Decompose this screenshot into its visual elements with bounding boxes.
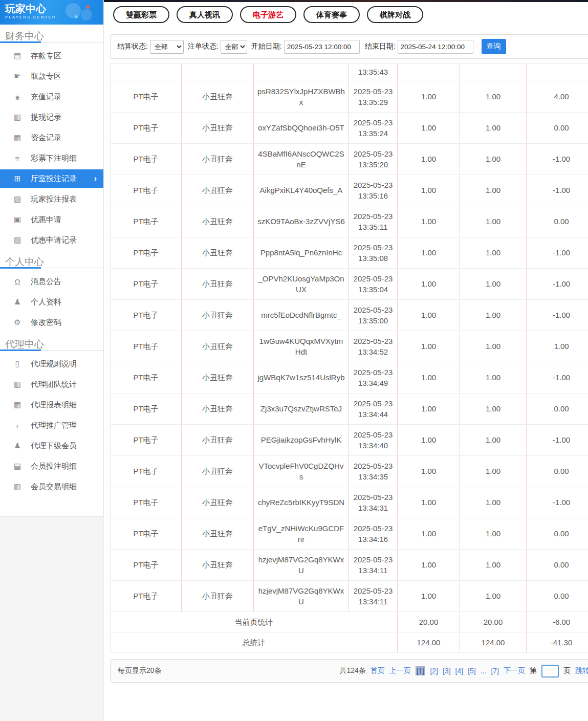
cell-time: 2025-05-23 13:34:16 [349,518,398,550]
cell-winloss: 0.00 [527,113,588,144]
document-icon: ▯ [12,359,23,368]
table-row: PT电子小丑狂奔chyReZc5rbIKKyyT9SDN2025-05-23 1… [111,487,588,518]
cell-time: 2025-05-23 13:35:11 [349,206,398,237]
sidebar-item-purse[interactable]: ▦资金记录 [0,127,103,148]
page-link-3[interactable]: [3] [443,667,451,675]
sidebar-item-withdraw-hand[interactable]: ☛取款专区 [0,66,103,86]
sidebar-item-coupon-record[interactable]: ▨优惠申请记录 [0,230,103,250]
cell-order: Zj3x3u7QszvZtjwRSTeJ [254,394,349,425]
cell-bet: 1.00 [398,331,460,362]
cell-winloss: 0.00 [527,518,588,550]
cell-provider: PT电子 [111,206,182,237]
end-date-input[interactable] [398,40,473,54]
settle-status-select[interactable]: 全部 [150,40,184,54]
cell-winloss: 0.00 [527,456,588,487]
sidebar-item-share[interactable]: ‹代理推广管理 [0,415,103,435]
sidebar-item-report-detail[interactable]: ▦代理报表明细 [0,395,103,415]
sidebar-item-document[interactable]: ▯代理规则说明 [0,354,103,374]
sidebar-item-lottery-list[interactable]: ≡彩票下注明细 [0,148,103,168]
cell-order: szKO9TAoBx-3zZVVjYS6 [254,206,349,237]
sidebar-item-members[interactable]: ♟代理下级会员 [0,435,103,456]
cell-game: 小丑狂奔 [182,394,254,425]
cell-bet: 1.00 [398,581,460,612]
sidebar-item-report-chart[interactable]: ▧玩家投注报表 [0,189,103,209]
cell-valid [460,63,527,81]
table-row: PT电子小丑狂奔oxYZafSbQQhoei3h-O5T2025-05-23 1… [111,113,588,144]
query-button[interactable]: 查询 [482,39,506,54]
jump-button[interactable]: 跳转 [575,666,588,675]
sidebar-item-member-trade[interactable]: ▥会员交易明细 [0,476,103,497]
next-page-link[interactable]: 下一页 [504,666,525,675]
page-link-7[interactable]: [7] [491,667,499,675]
cell-order: mrc5fEoDcdNflrBgmtc_ [254,300,349,331]
table-row: PT电子小丑狂奔Ppp8ntA5lq_Pn6znInHc2025-05-23 1… [111,237,588,269]
table-row: PT电子小丑狂奔hzjevjM87VG2Gq8YKWxU2025-05-23 1… [111,581,588,612]
page-link-4[interactable]: [4] [455,667,464,675]
cell-game: 小丑狂奔 [182,518,254,550]
cell-valid: 1.00 [460,237,527,269]
sidebar-item-wallet[interactable]: ▥提现记录 [0,107,103,127]
coupon-icon: ▣ [12,215,23,224]
start-date-input[interactable] [284,40,360,54]
sidebar-item-label: 会员交易明细 [31,482,77,492]
cell-bet: 1.00 [398,394,460,425]
sidebar-item-person[interactable]: ♟个人资料 [0,292,103,312]
cell-provider: PT电子 [111,144,182,175]
cell-time: 2025-05-23 13:34:35 [349,456,398,487]
sidebar-item-gear[interactable]: ⚙修改密码 [0,312,103,333]
page-link-1[interactable]: [1] [416,666,426,675]
cell-time: 2025-05-23 13:34:11 [349,581,398,612]
cell-valid: 1.00 [460,425,527,456]
cell-game: 小丑狂奔 [182,550,254,581]
game-tab-3[interactable]: 电子游艺 [240,6,296,23]
sidebar-item-label: 厅室投注记录 [31,174,77,184]
cell-bet: 1.00 [398,206,460,237]
page-link-5[interactable]: [5] [468,667,476,675]
cell-bet: 1.00 [398,269,460,300]
game-tab-1[interactable]: 雙贏彩票 [113,6,169,23]
page-summary-row: 当前页统计20.0020.00-6.00 [111,612,588,632]
pagination-controls: 共124条 首页 上一页 [1][2][3][4][5]...[7] 下一页 第… [340,665,588,678]
cell-winloss: -1.00 [527,269,588,300]
order-status-select[interactable]: 全部 [221,40,247,54]
sidebar-item-bell[interactable]: Ω消息公告 [0,271,103,292]
cell-provider: PT电子 [111,331,182,362]
cell-provider: PT电子 [111,300,182,331]
cell-provider: PT电子 [111,394,182,425]
sidebar-item-label: 修改密码 [31,318,61,327]
sidebar-item-coupon[interactable]: ▣优惠申请 [0,209,103,230]
sidebar-item-bet-record[interactable]: ⊞厅室投注记录› [0,169,103,188]
sidebar-item-label: 充值记录 [31,92,61,102]
cell-winloss: 1.00 [527,331,588,362]
table-row: PT电子小丑狂奔VTocvpleFhV0CgDZQHvs2025-05-23 1… [111,456,588,487]
sidebar-item-deposit-card[interactable]: ▤存款专区 [0,46,103,66]
cell-time: 2025-05-23 13:34:31 [349,487,398,518]
prev-page-link[interactable]: 上一页 [389,666,411,675]
pagination-bar: 每页显示20条 共124条 首页 上一页 [1][2][3][4][5]...[… [110,659,588,683]
sidebar-item-team-stats[interactable]: ▥代理团队统计 [0,374,103,395]
share-icon: ‹ [12,421,23,430]
cell-bet: 1.00 [398,425,460,456]
cell-provider: PT电子 [111,362,182,394]
game-tab-5[interactable]: 棋牌对战 [367,6,423,23]
sidebar-item-member-bet[interactable]: ▤会员投注明细 [0,456,103,476]
cell-bet: 1.00 [398,113,460,144]
cell-time: 2025-05-23 13:35:00 [349,300,398,331]
first-page-link[interactable]: 首页 [371,666,385,675]
bet-record-icon: ⊞ [12,174,23,183]
cell-bet: 1.00 [398,237,460,269]
person-icon: ♟ [12,297,23,307]
game-tab-2[interactable]: 真人视讯 [177,6,233,23]
summary-bet: 124.00 [398,632,460,653]
cell-game: 小丑狂奔 [182,487,254,518]
gamepad-icon [63,2,99,23]
cell-game: 小丑狂奔 [182,113,254,144]
sidebar-item-label: 优惠申请记录 [31,235,77,245]
moneybag-icon: ♠ [12,93,23,101]
page-link-2[interactable]: [2] [430,667,438,675]
total-summary-row: 总统计124.00124.00-41.30 [111,632,588,653]
table-row: PT电子小丑狂奔_OPVh2KUosgYaMp3OnUX2025-05-23 1… [111,269,588,300]
game-tab-4[interactable]: 体育赛事 [303,6,360,23]
sidebar-item-moneybag[interactable]: ♠充值记录 [0,86,103,107]
jump-page-input[interactable] [541,665,559,678]
